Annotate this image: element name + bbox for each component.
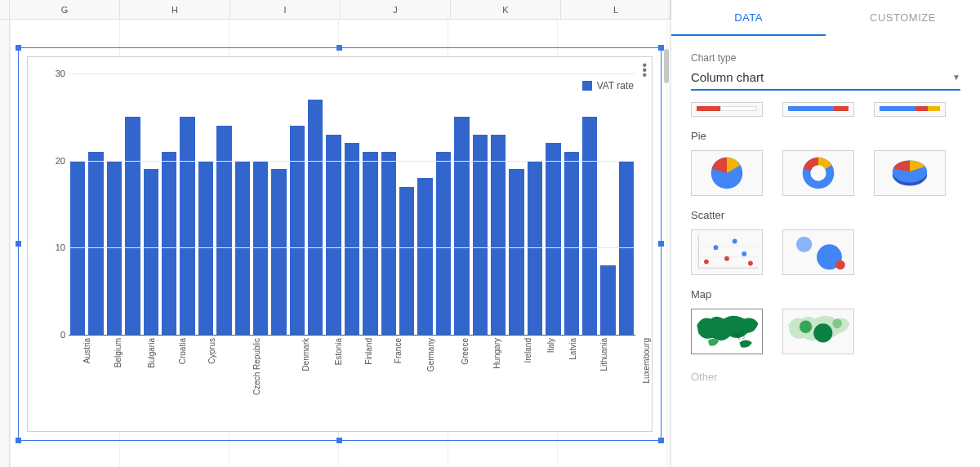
- x-tick-label: Belgium: [99, 335, 128, 425]
- chart-bar[interactable]: [582, 117, 597, 335]
- column-header[interactable]: K: [451, 0, 561, 19]
- chart-bars: [69, 73, 635, 335]
- tab-data[interactable]: DATA: [671, 0, 826, 36]
- chart-menu-button[interactable]: •••: [642, 64, 647, 78]
- y-tick-label: 20: [56, 156, 65, 166]
- x-tick-label: Hungary: [477, 335, 508, 425]
- chart-bar[interactable]: [125, 117, 140, 335]
- x-tick-label: Cyprus: [194, 335, 220, 425]
- svg-point-15: [796, 237, 812, 252]
- x-tick-label: Austria: [70, 335, 96, 425]
- section-scatter: Scatter: [691, 209, 960, 221]
- chart-bar[interactable]: [473, 135, 488, 335]
- chart-thumb-geo[interactable]: ☜ Geo chart: [691, 309, 763, 354]
- svg-point-13: [742, 251, 746, 256]
- x-tick-label: Luxembourg: [619, 335, 665, 425]
- column-header[interactable]: G: [10, 0, 120, 19]
- svg-point-20: [832, 319, 842, 329]
- chart-type-label: Chart type: [691, 52, 960, 64]
- chart-bar[interactable]: [600, 265, 615, 335]
- chart-bar[interactable]: [454, 117, 469, 335]
- chart-bar[interactable]: [546, 143, 560, 335]
- svg-point-12: [733, 239, 737, 244]
- chart-thumb-scatter[interactable]: [691, 229, 763, 275]
- chart-bar[interactable]: [180, 117, 194, 335]
- column-header[interactable]: J: [341, 0, 451, 19]
- chart-bar[interactable]: [326, 135, 341, 335]
- chart-thumb-stacked-3[interactable]: [874, 102, 946, 117]
- resize-handle-bottom-middle[interactable]: [336, 438, 342, 443]
- resize-handle-middle-right[interactable]: [658, 241, 664, 247]
- x-tick-label: Lithuania: [582, 335, 616, 425]
- spreadsheet-area: GHIJKL ••• VAT rate 0102030 AustriaBelgi…: [0, 0, 671, 467]
- chart-thumb-bubble[interactable]: [782, 229, 854, 275]
- x-tick-label: Germany: [410, 335, 443, 425]
- chart-bar[interactable]: [509, 169, 523, 335]
- chart-bar[interactable]: [308, 100, 323, 335]
- x-tick-label: Ireland: [511, 335, 537, 425]
- chart-bar[interactable]: [271, 169, 286, 335]
- x-tick-label: France: [381, 335, 407, 425]
- row-gutter: [0, 20, 10, 467]
- x-tick-label: Estonia: [321, 335, 348, 425]
- scrollbar-thumb[interactable]: [664, 49, 669, 83]
- chart-type-value: Column chart: [691, 70, 764, 84]
- chart-selection[interactable]: ••• VAT rate 0102030 AustriaBelgiumBulga…: [18, 47, 662, 441]
- chart-bar[interactable]: [345, 143, 359, 335]
- column-headers: GHIJKL: [0, 0, 671, 20]
- section-other: Other: [691, 371, 960, 383]
- column-header[interactable]: L: [561, 0, 671, 19]
- chart-type-select[interactable]: Column chart ▼: [691, 70, 960, 91]
- svg-point-18: [800, 321, 812, 333]
- x-tick-label: Latvia: [557, 335, 579, 425]
- chart-bar[interactable]: [216, 126, 231, 335]
- chart-bar[interactable]: [436, 152, 451, 335]
- chart-bar[interactable]: [564, 152, 579, 335]
- chart-thumb-donut[interactable]: [782, 150, 854, 196]
- svg-point-11: [724, 256, 729, 261]
- chart-plot-area: 0102030: [69, 73, 635, 335]
- resize-handle-middle-left[interactable]: [16, 241, 21, 247]
- panel-body: Chart type Column chart ▼ Pie: [671, 36, 980, 467]
- resize-handle-top-right[interactable]: [658, 45, 664, 51]
- chart-editor-panel: DATA CUSTOMIZE Chart type Column chart ▼…: [671, 0, 980, 467]
- svg-point-17: [835, 260, 845, 270]
- resize-handle-top-left[interactable]: [16, 45, 21, 51]
- chart-bar[interactable]: [363, 152, 377, 335]
- column-header[interactable]: I: [230, 0, 341, 19]
- row-header-spacer: [0, 0, 10, 19]
- chart-bar[interactable]: [162, 152, 176, 335]
- x-tick-label: Czech Republic: [224, 335, 281, 425]
- chart-bar[interactable]: [399, 187, 414, 335]
- svg-point-19: [813, 323, 832, 342]
- chart-bar[interactable]: [417, 178, 432, 335]
- svg-point-10: [714, 245, 719, 250]
- embedded-chart[interactable]: ••• VAT rate 0102030 AustriaBelgiumBulga…: [27, 56, 653, 432]
- chart-thumb-geo-markers[interactable]: [782, 309, 854, 354]
- x-tick-label: Croatia: [165, 335, 191, 425]
- resize-handle-bottom-right[interactable]: [658, 438, 664, 443]
- x-tick-label: Finland: [351, 335, 378, 425]
- x-axis-labels: AustriaBelgiumBulgariaCroatiaCyprusCzech…: [69, 335, 635, 425]
- chart-thumb-pie[interactable]: [691, 150, 763, 196]
- panel-tabs: DATA CUSTOMIZE: [671, 0, 980, 36]
- chart-bar[interactable]: [381, 152, 396, 335]
- svg-point-9: [704, 260, 709, 265]
- x-tick-label: Denmark: [284, 335, 318, 425]
- chart-bar[interactable]: [88, 152, 103, 335]
- resize-handle-top-middle[interactable]: [336, 45, 342, 51]
- y-tick-label: 30: [56, 69, 65, 78]
- column-header[interactable]: H: [120, 0, 230, 19]
- chart-bar[interactable]: [144, 169, 158, 335]
- gridline: [69, 247, 635, 248]
- chevron-down-icon: ▼: [952, 73, 960, 82]
- resize-handle-bottom-left[interactable]: [16, 438, 21, 443]
- chart-bar[interactable]: [491, 135, 506, 335]
- chart-thumb-stacked-1[interactable]: [691, 102, 763, 117]
- chart-thumb-pie-3d[interactable]: [874, 150, 946, 196]
- gridline: [69, 73, 635, 74]
- chart-bar[interactable]: [290, 126, 305, 335]
- chart-thumb-stacked-2[interactable]: [782, 102, 854, 117]
- section-map: Map: [691, 288, 960, 300]
- tab-customize[interactable]: CUSTOMIZE: [826, 0, 980, 36]
